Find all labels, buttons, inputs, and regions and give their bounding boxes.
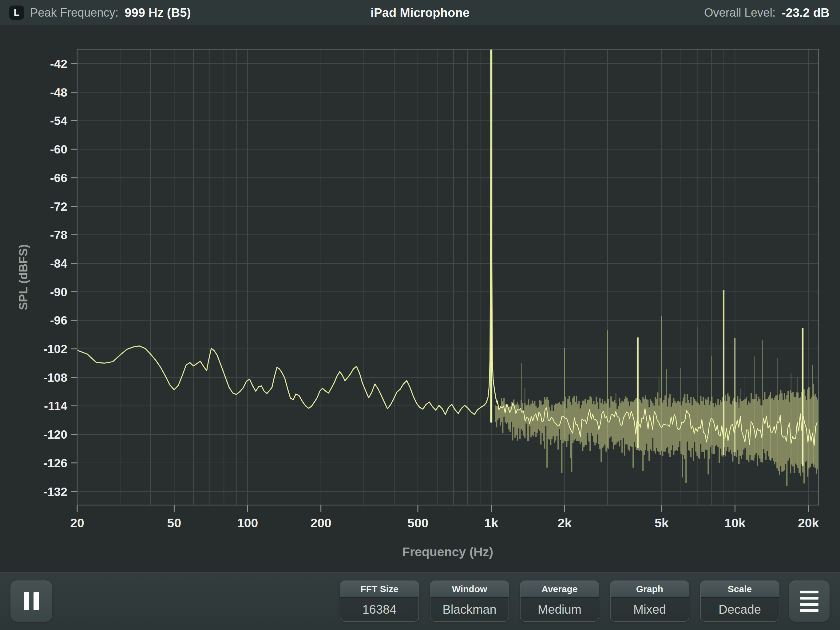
window-label: Window: [431, 581, 508, 597]
fft-size-label: FFT Size: [340, 581, 418, 597]
overall-level-group: Overall Level: -23.2 dB: [704, 6, 829, 20]
svg-text:50: 50: [167, 516, 182, 530]
overall-level-label: Overall Level:: [704, 6, 775, 19]
peak-frequency-label: Peak Frequency:: [30, 6, 118, 19]
svg-text:-114: -114: [44, 399, 67, 413]
y-axis-title: SPL (dBFS): [17, 244, 30, 310]
average-button[interactable]: Average Medium: [520, 581, 599, 622]
svg-text:1k: 1k: [484, 516, 498, 530]
svg-text:-72: -72: [50, 200, 67, 213]
spectrum-chart[interactable]: 20501002005001k2k5k10k20k-42-48-54-60-66…: [0, 25, 840, 573]
svg-text:-132: -132: [43, 485, 67, 499]
peak-frequency-group: L Peak Frequency: 999 Hz (B5): [9, 6, 191, 20]
svg-text:-42: -42: [50, 57, 67, 70]
svg-text:20k: 20k: [798, 516, 819, 530]
spectrum-plot[interactable]: 20501002005001k2k5k10k20k-42-48-54-60-66…: [0, 25, 840, 573]
left-channel-badge[interactable]: L: [9, 6, 24, 20]
svg-text:20: 20: [70, 516, 84, 530]
svg-text:-60: -60: [50, 143, 67, 156]
svg-text:-90: -90: [50, 285, 67, 299]
svg-text:-54: -54: [50, 114, 68, 127]
svg-text:-78: -78: [50, 228, 67, 242]
window-button[interactable]: Window Blackman: [430, 581, 509, 622]
graph-label: Graph: [611, 581, 689, 597]
fft-size-value: 16384: [340, 597, 418, 621]
svg-text:-84: -84: [50, 257, 68, 270]
svg-text:100: 100: [237, 516, 258, 530]
svg-text:5k: 5k: [655, 516, 669, 530]
average-value: Medium: [521, 597, 598, 621]
menu-button[interactable]: [789, 581, 829, 622]
svg-text:10k: 10k: [725, 516, 745, 530]
scale-value: Decade: [701, 597, 779, 621]
pause-icon: [24, 592, 39, 610]
bottom-control-bar: FFT Size 16384 Window Blackman Average M…: [0, 573, 840, 630]
top-status-bar: L Peak Frequency: 999 Hz (B5) iPad Micro…: [0, 0, 840, 26]
graph-value: Mixed: [611, 597, 689, 621]
svg-text:-126: -126: [43, 456, 67, 470]
x-axis-title: Frequency (Hz): [402, 545, 493, 559]
pause-button[interactable]: [11, 581, 52, 622]
svg-text:-66: -66: [50, 171, 67, 185]
fft-size-button[interactable]: FFT Size 16384: [340, 581, 419, 622]
svg-text:200: 200: [310, 516, 331, 530]
scale-button[interactable]: Scale Decade: [700, 581, 779, 622]
svg-text:-48: -48: [50, 86, 67, 99]
scale-label: Scale: [701, 581, 779, 597]
menu-icon: [800, 590, 818, 612]
svg-text:-96: -96: [50, 314, 67, 327]
average-label: Average: [521, 581, 598, 597]
svg-text:-108: -108: [43, 371, 67, 384]
peak-frequency-value: 999 Hz (B5): [125, 6, 191, 20]
window-value: Blackman: [431, 597, 508, 621]
graph-button[interactable]: Graph Mixed: [610, 581, 689, 622]
svg-text:-102: -102: [43, 342, 67, 356]
svg-text:2k: 2k: [558, 516, 572, 530]
svg-text:500: 500: [407, 516, 428, 530]
overall-level-value: -23.2 dB: [782, 6, 829, 20]
svg-text:-120: -120: [43, 428, 67, 441]
